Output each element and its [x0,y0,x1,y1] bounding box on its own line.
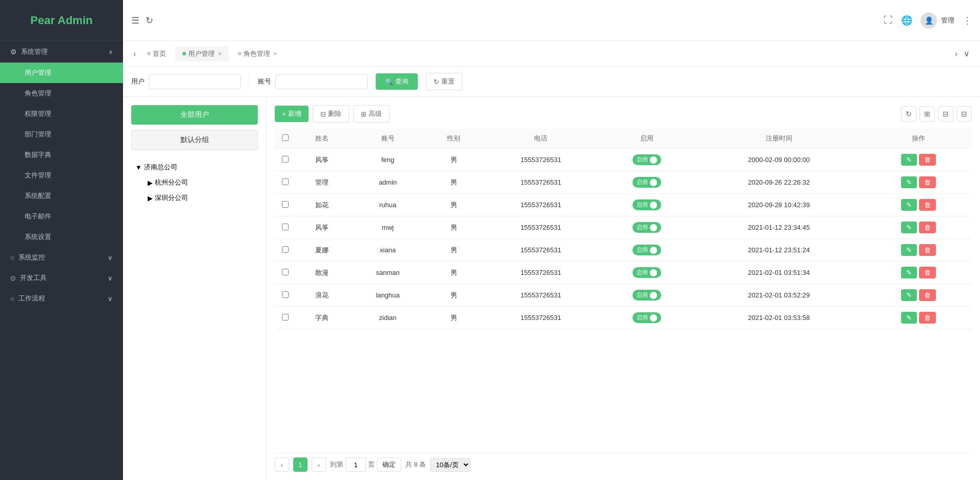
edit-btn-2[interactable]: ✎ [901,199,917,211]
workflow-label: 工作流程 [18,294,45,303]
toggle-0[interactable]: 启用 [632,154,661,165]
menu-group-system-header[interactable]: ⚙ 系统管理 ∧ [0,41,123,63]
th-enabled: 启用 [601,129,692,149]
row-checkbox-1[interactable] [282,178,289,185]
tab-next-btn[interactable]: › [953,47,959,61]
tab-role-mgmt-close[interactable]: × [273,50,277,57]
del-btn-2[interactable]: 🗑 [919,199,936,211]
sidebar-item-file-mgmt[interactable]: 文件管理 [0,165,123,186]
more-icon[interactable]: ⋮ [963,15,972,26]
row-enabled-3: 启用 [601,216,692,239]
edit-btn-0[interactable]: ✎ [901,154,917,166]
sidebar-item-dept-mgmt[interactable]: 部门管理 [0,124,123,145]
tab-role-mgmt[interactable]: 角色管理 × [231,46,284,62]
sidebar-item-sys-config[interactable]: 系统配置 [0,186,123,206]
chevron-up-icon: ∧ [109,49,113,55]
toggle-7[interactable]: 启用 [632,312,661,323]
sidebar-item-data-dict[interactable]: 数据字典 [0,145,123,165]
tab-home[interactable]: 首页 [140,46,173,62]
edit-btn-3[interactable]: ✎ [901,222,917,233]
column-setting-btn[interactable]: ⊞ [920,106,935,122]
sidebar-item-monitor[interactable]: ○ 系统监控 ∨ [0,247,123,268]
user-search-input[interactable] [149,74,241,89]
add-button[interactable]: + 新增 [275,106,309,122]
edit-btn-6[interactable]: ✎ [901,289,917,301]
advanced-button[interactable]: ⊞ 高级 [353,105,390,123]
row-checkbox-0[interactable] [282,156,289,163]
del-btn-6[interactable]: 🗑 [919,289,936,301]
row-checkbox-2[interactable] [282,201,289,208]
sidebar-item-dev-tools[interactable]: ⊙ 开发工具 ∨ [0,268,123,288]
del-btn-7[interactable]: 🗑 [919,312,936,324]
page-size-select[interactable]: 10条/页 20条/页 50条/页 [430,458,471,472]
tree-hangzhou-label: 杭州分公司 [155,178,188,187]
goto-confirm-btn[interactable]: 确定 [377,457,401,472]
sidebar-item-role-mgmt[interactable]: 角色管理 [0,83,123,104]
toggle-1[interactable]: 启用 [632,177,661,188]
sidebar-item-user-mgmt[interactable]: 用户管理 [0,63,123,83]
fullscreen-icon[interactable]: ⛶ [884,15,893,26]
toggle-3[interactable]: 启用 [632,222,661,233]
toggle-2[interactable]: 启用 [632,199,661,210]
tree-shenzhen[interactable]: ▶ 深圳分公司 [144,190,258,206]
select-all-checkbox[interactable] [282,134,289,141]
del-btn-0[interactable]: 🗑 [919,154,936,166]
page-unit-label: 页 [368,460,375,469]
edit-btn-5[interactable]: ✎ [901,267,917,278]
tab-expand-btn[interactable]: ∨ [962,47,972,61]
delete-button[interactable]: ⊟ 删除 [313,105,349,123]
del-btn-1[interactable]: 🗑 [919,176,936,188]
toggle-4[interactable]: 启用 [632,245,661,255]
toggle-5[interactable]: 启用 [632,267,661,278]
row-checkbox-4[interactable] [282,246,289,253]
edit-btn-7[interactable]: ✎ [901,312,917,324]
export-btn[interactable]: ⊟ [956,106,972,122]
sidebar-item-email[interactable]: 电子邮件 [0,206,123,227]
row-checkbox-5[interactable] [282,269,289,275]
row-name-0: 风筝 [295,149,349,171]
goto-input[interactable] [345,457,366,472]
default-group-button[interactable]: 默认分组 [131,130,258,150]
row-checkbox-7[interactable] [282,314,289,321]
topbar-user[interactable]: 👤 管理 [921,12,954,29]
page-next-btn[interactable]: › [312,457,326,472]
toggle-6[interactable]: 启用 [632,290,661,301]
sidebar-item-sys-settings[interactable]: 系统设置 [0,227,123,247]
row-checkbox-3[interactable] [282,224,289,230]
all-users-button[interactable]: 全部用户 [131,105,258,125]
edit-btn-1[interactable]: ✎ [901,176,917,188]
account-search-input[interactable] [275,74,368,89]
tab-user-mgmt-close[interactable]: × [218,50,221,57]
page-prev-btn[interactable]: ‹ [275,457,289,472]
row-checkbox-cell [275,239,295,262]
tab-role-mgmt-label: 角色管理 [243,49,270,58]
table-refresh-btn[interactable]: ↻ [901,106,916,122]
tab-prev-btn[interactable]: ‹ [131,47,138,61]
reset-icon: ↻ [434,78,439,86]
query-button[interactable]: 🔍 查询 [376,73,418,90]
toggle-label-7: 启用 [637,314,648,322]
row-checkbox-6[interactable] [282,291,289,298]
globe-icon[interactable]: 🌐 [901,15,912,26]
tree-hangzhou[interactable]: ▶ 杭州分公司 [144,175,258,190]
sidebar-item-permission-mgmt[interactable]: 权限管理 [0,104,123,124]
edit-btn-4[interactable]: ✎ [901,244,917,256]
th-gender: 性别 [427,129,481,149]
tab-user-mgmt[interactable]: 用户管理 × [175,46,229,62]
del-btn-3[interactable]: 🗑 [919,222,936,233]
print-btn[interactable]: ⊟ [938,106,953,122]
menu-toggle-icon[interactable]: ☰ [131,15,139,26]
refresh-icon[interactable]: ↻ [146,15,153,26]
row-checkbox-cell [275,149,295,171]
row-account-5: sanman [349,262,427,284]
row-phone-3: 15553726531 [480,216,601,239]
sidebar-menu: ⚙ 系统管理 ∧ 用户管理 角色管理 权限管理 部门管理 数据字典 文件管理 系… [0,41,123,480]
page-1-btn[interactable]: 1 [293,457,308,472]
row-actions-5: ✎ 🗑 [866,262,972,284]
tree-root[interactable]: ▼ 济南总公司 [131,159,258,175]
toggle-circle-1 [650,179,657,186]
sidebar-item-workflow[interactable]: ○ 工作流程 ∨ [0,288,123,309]
del-btn-4[interactable]: 🗑 [919,244,936,256]
del-btn-5[interactable]: 🗑 [919,267,936,278]
reset-button[interactable]: ↻ 重置 [426,73,462,90]
